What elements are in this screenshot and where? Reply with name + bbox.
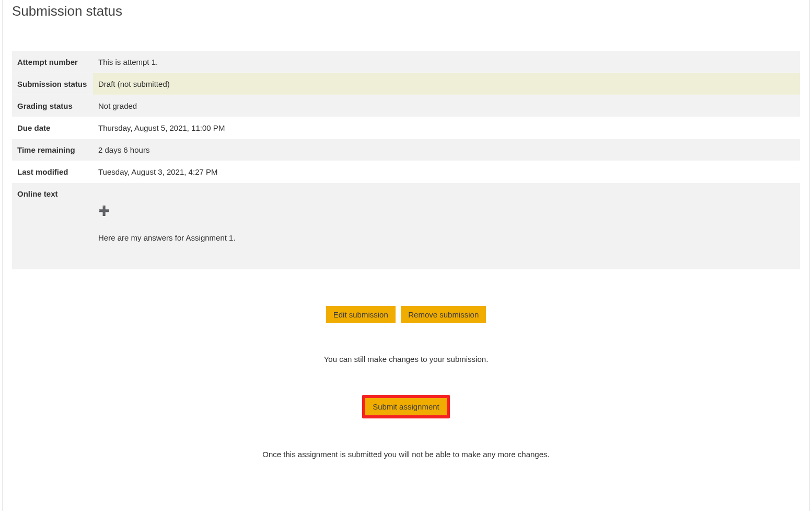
due-date-label: Due date xyxy=(12,117,93,139)
last-modified-value: Tuesday, August 3, 2021, 4:27 PM xyxy=(93,161,800,183)
final-warning-note: Once this assignment is submitted you wi… xyxy=(12,450,800,459)
submit-assignment-button[interactable]: Submit assignment xyxy=(365,398,447,415)
last-modified-label: Last modified xyxy=(12,161,93,183)
page-title: Submission status xyxy=(12,0,800,19)
plus-icon[interactable]: ➕ xyxy=(98,205,110,217)
submit-actions: Submit assignment xyxy=(12,395,800,418)
online-text-cell: ➕ Here are my answers for Assignment 1. xyxy=(93,183,800,270)
submission-status-value: Draft (not submitted) xyxy=(93,73,800,95)
grading-status-value: Not graded xyxy=(93,95,800,117)
due-date-value: Thursday, August 5, 2021, 11:00 PM xyxy=(93,117,800,139)
online-text-content: Here are my answers for Assignment 1. xyxy=(98,233,795,242)
edit-submission-button[interactable]: Edit submission xyxy=(326,306,396,323)
can-change-note: You can still make changes to your submi… xyxy=(12,355,800,364)
remove-submission-button[interactable]: Remove submission xyxy=(401,306,486,323)
submit-highlight: Submit assignment xyxy=(362,395,450,418)
attempt-number-value: This is attempt 1. xyxy=(93,51,800,73)
attempt-number-label: Attempt number xyxy=(12,51,93,73)
time-remaining-label: Time remaining xyxy=(12,139,93,161)
submission-status-table: Attempt number This is attempt 1. Submis… xyxy=(12,51,800,269)
submission-status-label: Submission status xyxy=(12,73,93,95)
edit-actions: Edit submission Remove submission xyxy=(12,306,800,323)
grading-status-label: Grading status xyxy=(12,95,93,117)
online-text-label: Online text xyxy=(12,183,93,270)
time-remaining-value: 2 days 6 hours xyxy=(93,139,800,161)
submission-page: Submission status Attempt number This is… xyxy=(2,0,810,511)
